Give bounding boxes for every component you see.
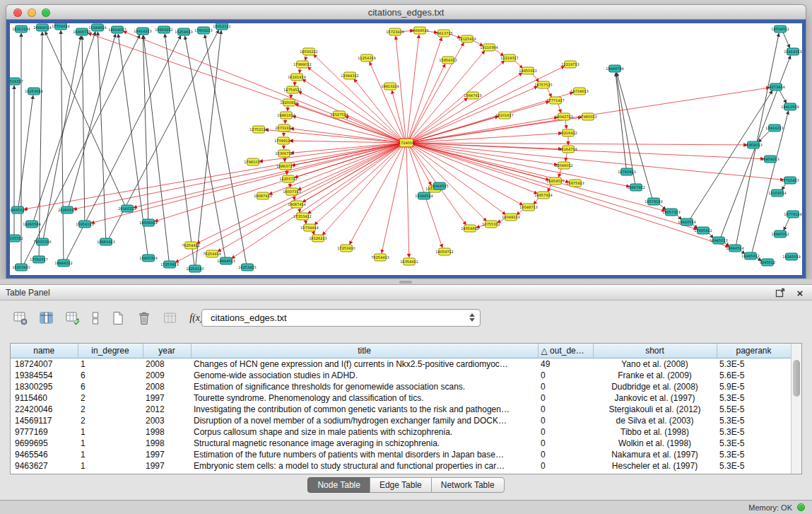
cell-pagerank[interactable]: 5.5E-5 <box>717 404 791 415</box>
graph-edge[interactable] <box>143 35 148 219</box>
graph-edge[interactable] <box>73 144 401 209</box>
cell-out_degree[interactable]: 0 <box>538 381 593 392</box>
graph-edge[interactable] <box>412 144 666 211</box>
graph-edge[interactable] <box>565 120 567 129</box>
cell-year[interactable]: 1998 <box>143 438 191 449</box>
table-row[interactable]: 1938455462009Genome-wide association stu… <box>11 370 791 381</box>
cell-out_degree[interactable]: 49 <box>538 358 593 370</box>
import-table-icon[interactable] <box>160 308 181 329</box>
cell-out_degree[interactable]: 0 <box>538 449 593 460</box>
cell-short[interactable]: Hescheler et al. (1997) <box>593 460 717 472</box>
cell-short[interactable]: Stergiakouli et al. (2012) <box>593 404 717 415</box>
column-header-short[interactable]: short <box>593 344 717 358</box>
table-row[interactable]: 2242004622012Investigating the contribut… <box>11 404 791 415</box>
cell-out_degree[interactable]: 0 <box>538 460 593 472</box>
cell-pagerank[interactable]: 5.6E-5 <box>717 370 791 381</box>
graph-edge[interactable] <box>370 62 404 139</box>
graph-edge[interactable] <box>196 30 221 265</box>
cell-short[interactable]: Tibbo et al. (1998) <box>593 426 717 438</box>
graph-edge[interactable] <box>299 208 300 213</box>
graph-edge[interactable] <box>408 37 442 140</box>
table-row[interactable]: 946362711997Embryonic stem cells: a mode… <box>11 460 791 472</box>
table-row[interactable]: 911546021997Tourette syndrome. Phenomeno… <box>11 392 791 404</box>
cell-title[interactable]: Tourette syndrome. Phenomenology and cla… <box>191 392 538 404</box>
column-header-out_degree[interactable]: △ out_de… <box>538 344 593 358</box>
graph-edge[interactable] <box>295 81 295 86</box>
window-titlebar[interactable]: citations_edges.txt <box>6 4 806 20</box>
cell-in_degree[interactable]: 6 <box>78 370 143 381</box>
cell-year[interactable]: 2008 <box>143 358 191 370</box>
cell-title[interactable]: Genome-wide association studies in ADHD. <box>191 370 538 381</box>
network-canvas[interactable]: 1853021217999012161814191275451218200814… <box>10 23 802 275</box>
table-options-icon[interactable] <box>10 308 31 329</box>
cell-out_degree[interactable]: 0 <box>538 426 593 438</box>
cell-in_degree[interactable]: 1 <box>78 426 143 438</box>
table-row[interactable]: 977716911998Corpus callosum shape and si… <box>11 426 791 438</box>
column-header-pagerank[interactable]: pagerank <box>717 344 791 358</box>
cell-year[interactable]: 2008 <box>143 381 191 392</box>
cell-year[interactable]: 2003 <box>143 415 191 426</box>
cell-title[interactable]: Disruption of a novel member of a sodium… <box>191 415 538 426</box>
tab-edge-table[interactable]: Edge Table <box>370 477 432 493</box>
graph-edge[interactable] <box>18 95 33 206</box>
cell-name[interactable]: 14569117 <box>11 415 78 426</box>
table-row[interactable]: 1872400712008Changes of HCN gene express… <box>11 358 791 370</box>
graph-edge[interactable] <box>82 36 85 221</box>
close-window-icon[interactable] <box>13 8 22 17</box>
graph-edge[interactable] <box>305 54 306 60</box>
graph-edge[interactable] <box>409 42 464 140</box>
cell-short[interactable]: Franke et al. (2009) <box>593 370 717 381</box>
graph-edge[interactable] <box>24 144 401 209</box>
cell-title[interactable]: Investigating the contribution of common… <box>191 404 538 415</box>
table-scrollbar-thumb[interactable] <box>793 360 800 397</box>
cell-name[interactable]: 9465546 <box>11 449 78 460</box>
cell-in_degree[interactable]: 2 <box>78 404 143 415</box>
cell-short[interactable]: Jankovic et al. (1997) <box>593 392 717 404</box>
graph-edge[interactable] <box>300 68 300 74</box>
delete-table-icon[interactable] <box>134 308 155 329</box>
cell-out_degree[interactable]: 0 <box>538 415 593 426</box>
cell-in_degree[interactable]: 1 <box>78 358 143 370</box>
close-panel-icon[interactable]: × <box>794 286 806 299</box>
cell-year[interactable]: 1998 <box>143 426 191 438</box>
graph-edge[interactable] <box>758 130 770 142</box>
graph-edge[interactable] <box>382 146 405 253</box>
cell-pagerank[interactable]: 5.3E-5 <box>717 415 791 426</box>
graph-edge[interactable] <box>412 133 562 142</box>
graph-edge[interactable] <box>690 90 772 219</box>
cell-name[interactable]: 19384554 <box>11 370 78 381</box>
column-header-name[interactable]: name <box>11 344 78 358</box>
cell-pagerank[interactable]: 5.3E-5 <box>717 426 791 438</box>
cell-name[interactable]: 9115460 <box>11 392 78 404</box>
graph-edge[interactable] <box>412 143 747 145</box>
cell-year[interactable]: 1997 <box>143 460 191 472</box>
graph-edge[interactable] <box>412 144 630 187</box>
cell-short[interactable]: Dudbridge et al. (2008) <box>593 381 717 392</box>
cell-name[interactable]: 9699695 <box>11 438 78 449</box>
column-select-icon[interactable] <box>36 308 57 329</box>
column-header-year[interactable]: year <box>143 344 191 358</box>
minimize-window-icon[interactable] <box>28 8 36 17</box>
graph-edge[interactable] <box>494 49 504 56</box>
network-table-selector[interactable]: citations_edges.txt <box>201 309 481 327</box>
graph-edge[interactable] <box>123 31 401 141</box>
cell-year[interactable]: 2012 <box>143 404 191 415</box>
graph-edge[interactable] <box>155 144 401 221</box>
table-scrollbar[interactable] <box>791 344 801 474</box>
graph-edge[interactable] <box>406 146 409 257</box>
new-table-icon[interactable] <box>107 308 129 329</box>
graph-edge[interactable] <box>547 88 552 97</box>
table-row[interactable]: 946554611997Estimation of the future num… <box>11 449 791 460</box>
cell-out_degree[interactable]: 0 <box>538 392 593 404</box>
graph-edge[interactable] <box>91 144 401 223</box>
new-column-icon[interactable] <box>62 308 83 329</box>
cell-pagerank[interactable]: 5.3E-5 <box>717 460 791 472</box>
graph-edge[interactable] <box>784 217 790 230</box>
network-canvas-svg[interactable]: 1853021217999012161814191275451218200814… <box>10 23 802 275</box>
cell-in_degree[interactable]: 1 <box>78 460 143 472</box>
tab-network-table[interactable]: Network Table <box>431 477 505 493</box>
table-row[interactable]: 969969511998Structural magnetic resonanc… <box>11 438 791 449</box>
cell-in_degree[interactable]: 1 <box>78 449 143 460</box>
table-row[interactable]: 1830029562008Estimation of significance … <box>11 381 791 392</box>
graph-edge[interactable] <box>565 153 567 161</box>
